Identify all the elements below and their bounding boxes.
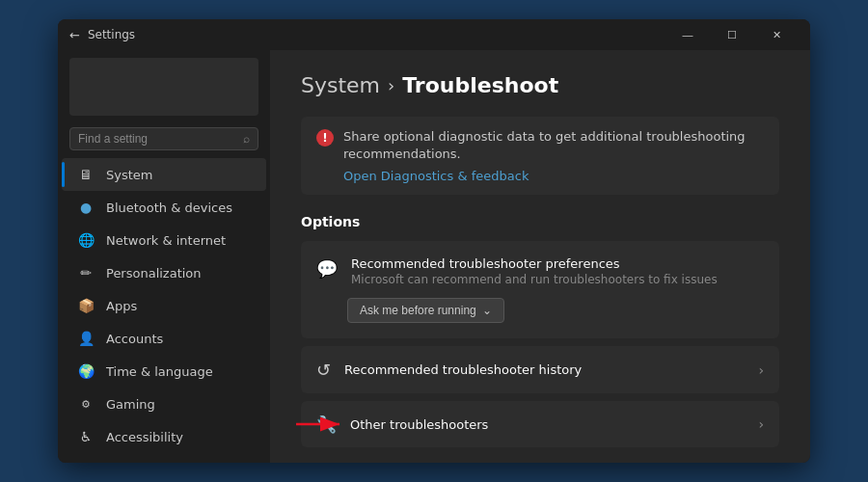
card-title: Recommended troubleshooter preferences xyxy=(351,256,718,271)
sidebar-item-network[interactable]: 🌐 Network & internet xyxy=(62,224,266,256)
sidebar-item-personalization[interactable]: ✏ Personalization xyxy=(62,256,266,289)
dropdown-label: Ask me before running xyxy=(360,304,476,317)
sidebar-item-bluetooth[interactable]: ● Bluetooth & devices xyxy=(62,191,266,224)
history-chevron-icon: › xyxy=(758,362,764,378)
sidebar-item-label: Time & language xyxy=(106,364,213,379)
banner-message: Share optional diagnostic data to get ad… xyxy=(343,128,764,163)
other-troubleshooters-label: Other troubleshooters xyxy=(350,417,745,432)
other-troubleshooters-wrapper: 🔧 Other troubleshooters › xyxy=(301,401,779,447)
sidebar-item-gaming[interactable]: ⚙ Gaming xyxy=(62,388,266,420)
sidebar-item-label: System xyxy=(106,168,152,182)
troubleshooter-dropdown[interactable]: Ask me before running ⌄ xyxy=(347,298,504,323)
options-section-title: Options xyxy=(301,214,779,229)
sidebar-item-accounts[interactable]: 👤 Accounts xyxy=(62,322,266,355)
sidebar-item-label: Accessibility xyxy=(106,430,183,444)
settings-window: ← Settings — ☐ ✕ ⌕ 🖥 System ● Bluetooth … xyxy=(58,19,810,463)
close-button[interactable]: ✕ xyxy=(754,19,799,50)
chat-icon: 💬 xyxy=(316,258,338,279)
main-content: System › Troubleshoot ! Share optional d… xyxy=(270,50,810,463)
card-subtitle: Microsoft can recommend and run troubles… xyxy=(351,273,718,286)
sidebar-item-accessibility[interactable]: ♿ Accessibility xyxy=(62,420,266,453)
other-troubleshooters-item[interactable]: 🔧 Other troubleshooters › xyxy=(301,401,779,447)
sidebar-item-label: Bluetooth & devices xyxy=(106,201,232,215)
time-icon: 🌍 xyxy=(77,362,95,380)
sidebar-item-apps[interactable]: 📦 Apps xyxy=(62,289,266,322)
gaming-icon: ⚙ xyxy=(77,395,95,413)
personalization-icon: ✏ xyxy=(77,264,95,281)
history-list-item[interactable]: ↺ Recommended troubleshooter history › xyxy=(301,346,779,393)
breadcrumb-chevron: › xyxy=(388,75,394,95)
bluetooth-icon: ● xyxy=(77,199,95,216)
accounts-icon: 👤 xyxy=(77,330,95,347)
apps-icon: 📦 xyxy=(77,297,95,314)
window-controls: — ☐ ✕ xyxy=(665,19,799,50)
history-label: Recommended troubleshooter history xyxy=(344,362,745,377)
sidebar-item-system[interactable]: 🖥 System xyxy=(62,158,266,191)
card-header: 💬 Recommended troubleshooter preferences… xyxy=(316,256,764,286)
sidebar-item-label: Gaming xyxy=(106,397,155,412)
search-input[interactable] xyxy=(78,132,243,146)
diagnostics-link[interactable]: Open Diagnostics & feedback xyxy=(343,169,764,183)
search-box[interactable]: ⌕ xyxy=(69,127,258,150)
breadcrumb-parent[interactable]: System xyxy=(301,73,380,97)
banner-content: Share optional diagnostic data to get ad… xyxy=(343,128,764,183)
window-content: ⌕ 🖥 System ● Bluetooth & devices 🌐 Netwo… xyxy=(58,50,810,463)
info-banner: ! Share optional diagnostic data to get … xyxy=(301,117,779,195)
chevron-down-icon: ⌄ xyxy=(482,304,492,317)
avatar-area xyxy=(69,58,258,116)
system-icon: 🖥 xyxy=(77,166,95,183)
accessibility-icon: ♿ xyxy=(77,428,95,445)
history-icon: ↺ xyxy=(316,360,331,380)
red-arrow-annotation xyxy=(291,410,349,439)
maximize-button[interactable]: ☐ xyxy=(710,19,754,50)
card-text: Recommended troubleshooter preferences M… xyxy=(351,256,718,286)
network-icon: 🌐 xyxy=(77,231,95,249)
sidebar-item-label: Network & internet xyxy=(106,233,226,248)
sidebar: ⌕ 🖥 System ● Bluetooth & devices 🌐 Netwo… xyxy=(58,50,270,463)
sidebar-item-label: Accounts xyxy=(106,332,163,346)
page-title: Troubleshoot xyxy=(402,73,558,97)
back-button[interactable]: ← xyxy=(69,28,80,42)
page-header: System › Troubleshoot xyxy=(301,73,779,97)
search-icon: ⌕ xyxy=(243,132,250,146)
warning-icon: ! xyxy=(316,129,334,147)
titlebar: ← Settings — ☐ ✕ xyxy=(58,19,810,50)
sidebar-item-label: Personalization xyxy=(106,266,202,281)
recommended-prefs-card: 💬 Recommended troubleshooter preferences… xyxy=(301,241,779,338)
other-chevron-icon: › xyxy=(758,416,764,432)
minimize-button[interactable]: — xyxy=(665,19,710,50)
sidebar-item-time[interactable]: 🌍 Time & language xyxy=(62,355,266,388)
sidebar-item-label: Apps xyxy=(106,299,137,313)
window-title: Settings xyxy=(88,28,665,41)
